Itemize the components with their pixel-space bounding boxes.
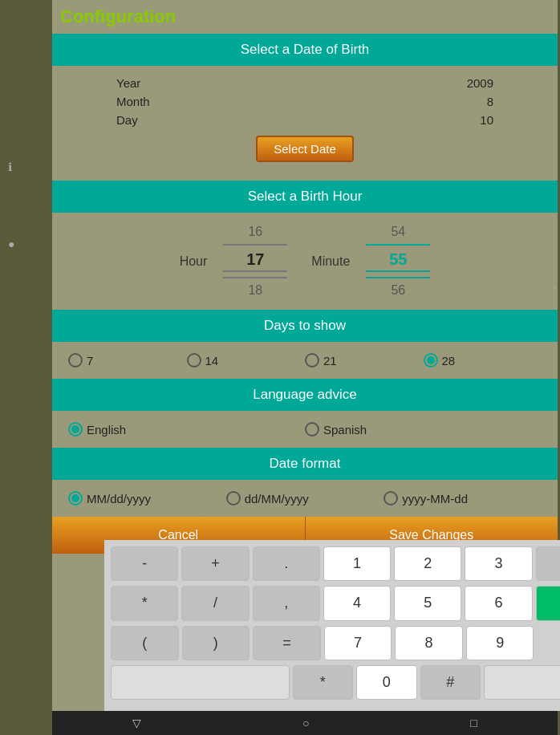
key-6[interactable]: 6 <box>465 586 532 621</box>
date-format-header: Date format <box>52 448 558 480</box>
month-label: Month <box>116 95 150 108</box>
minute-current[interactable]: 55 <box>366 250 430 272</box>
key-slash[interactable]: / <box>181 586 249 621</box>
minute-column[interactable]: 54 55 56 <box>366 225 430 298</box>
keyboard-row-2: * / , 4 5 6 ✓ <box>111 586 560 621</box>
days-option-7[interactable]: 7 <box>68 353 187 368</box>
days-radio-21[interactable] <box>305 353 319 368</box>
language-option-spanish[interactable]: Spanish <box>305 422 542 437</box>
days-label-14: 14 <box>205 354 219 368</box>
format-label-mdy: MM/dd/yyyy <box>87 492 151 506</box>
language-label-spanish: Spanish <box>323 423 367 437</box>
hour-below: 18 <box>248 283 262 298</box>
day-label: Day <box>116 113 138 127</box>
key-close-paren[interactable]: ) <box>182 626 250 660</box>
key-2[interactable]: 2 <box>394 546 461 581</box>
hour-current[interactable]: 17 <box>223 250 287 272</box>
language-radio-spanish[interactable] <box>305 422 319 437</box>
right-side-icons: › <box>553 281 556 292</box>
keyboard-row-1: - + . 1 2 3 ⌫ <box>111 546 560 581</box>
days-radio-row: 7 14 21 28 <box>60 348 550 372</box>
language-option-english[interactable]: English <box>68 422 305 437</box>
keyboard-row-4: * 0 # <box>111 665 560 700</box>
left-icon-dot: ● <box>8 238 14 250</box>
keyboard[interactable]: - + . 1 2 3 ⌫ * / , 4 5 6 ✓ ( ) = 7 8 9 <box>104 540 560 711</box>
hour-group: Hour 16 17 18 <box>180 225 288 298</box>
key-9[interactable]: 9 <box>466 626 534 660</box>
hour-column[interactable]: 16 17 18 <box>223 225 287 298</box>
days-label-28: 28 <box>442 354 456 368</box>
minute-label: Minute <box>311 254 350 269</box>
select-date-button[interactable]: Select Date <box>256 136 354 162</box>
language-radio-row: English Spanish <box>60 417 550 441</box>
format-label-ymd: yyyy-MM-dd <box>402 492 468 506</box>
date-of-birth-header: Select a Date of Birth <box>52 34 558 66</box>
format-radio-mdy[interactable] <box>68 491 83 506</box>
nav-recent[interactable]: □ <box>470 717 477 729</box>
days-option-28[interactable]: 28 <box>424 353 542 368</box>
format-radio-dmy[interactable] <box>226 491 241 506</box>
month-row: Month 8 <box>68 92 542 111</box>
key-hash[interactable]: # <box>420 665 481 700</box>
key-spacebar-right[interactable] <box>484 665 560 700</box>
page-title: Configuration <box>52 0 558 34</box>
minute-group: Minute 54 55 56 <box>311 225 430 298</box>
key-backspace[interactable]: ⌫ <box>536 546 560 581</box>
left-side-icons: ℹ ● <box>8 160 14 250</box>
key-7[interactable]: 7 <box>324 626 392 660</box>
nav-home[interactable]: ○ <box>302 717 309 729</box>
key-0[interactable]: 0 <box>356 665 417 700</box>
right-icon: › <box>553 281 556 292</box>
days-radio-14[interactable] <box>187 353 201 368</box>
format-option-dmy[interactable]: dd/MM/yyyy <box>226 491 384 506</box>
date-format-radio-row: MM/dd/yyyy dd/MM/yyyy yyyy-MM-dd <box>60 486 550 510</box>
key-comma[interactable]: , <box>253 586 320 621</box>
day-value: 10 <box>480 113 493 127</box>
key-asterisk[interactable]: * <box>111 586 178 621</box>
language-label-english: English <box>87 423 126 437</box>
day-row: Day 10 <box>68 111 542 129</box>
key-star[interactable]: * <box>293 665 354 700</box>
format-option-mdy[interactable]: MM/dd/yyyy <box>68 491 226 506</box>
date-format-section: MM/dd/yyyy dd/MM/yyyy yyyy-MM-dd <box>52 480 558 517</box>
key-3[interactable]: 3 <box>465 546 532 581</box>
birth-hour-section: Hour 16 17 18 Minute 54 55 56 <box>52 213 558 310</box>
year-value: 2009 <box>467 76 493 90</box>
key-5[interactable]: 5 <box>394 586 461 621</box>
key-equals[interactable]: = <box>253 626 321 660</box>
date-of-birth-section: Year 2009 Month 8 Day 10 Select Date <box>52 66 558 181</box>
minute-below: 56 <box>391 283 405 298</box>
year-row: Year 2009 <box>68 74 542 92</box>
days-label-21: 21 <box>323 354 337 368</box>
days-option-14[interactable]: 14 <box>187 353 306 368</box>
days-radio-28[interactable] <box>424 353 438 368</box>
nav-back[interactable]: ▽ <box>132 717 141 729</box>
days-to-show-header: Days to show <box>52 310 558 342</box>
days-option-21[interactable]: 21 <box>305 353 424 368</box>
year-label: Year <box>116 76 140 90</box>
key-empty-r3 <box>537 626 560 660</box>
key-plus[interactable]: + <box>181 546 249 581</box>
key-minus[interactable]: - <box>111 546 178 581</box>
format-label-dmy: dd/MM/yyyy <box>245 492 309 506</box>
key-confirm[interactable]: ✓ <box>536 586 560 621</box>
key-spacebar-left[interactable] <box>111 665 290 700</box>
days-label-7: 7 <box>87 354 93 368</box>
format-radio-ymd[interactable] <box>383 491 398 506</box>
language-advice-header: Language advice <box>52 379 558 411</box>
language-section: English Spanish <box>52 411 558 448</box>
key-1[interactable]: 1 <box>323 546 391 581</box>
language-radio-english[interactable] <box>68 422 83 437</box>
key-open-paren[interactable]: ( <box>111 626 179 660</box>
left-icon-info: ℹ <box>8 160 14 173</box>
minute-above: 54 <box>391 225 405 239</box>
days-radio-7[interactable] <box>68 353 83 368</box>
navigation-bar: ▽ ○ □ <box>52 711 558 735</box>
hour-label: Hour <box>180 254 208 269</box>
keyboard-row-3: ( ) = 7 8 9 <box>111 626 560 660</box>
key-dot[interactable]: . <box>253 546 320 581</box>
key-8[interactable]: 8 <box>395 626 463 660</box>
month-value: 8 <box>487 95 493 108</box>
key-4[interactable]: 4 <box>323 586 391 621</box>
format-option-ymd[interactable]: yyyy-MM-dd <box>383 491 542 506</box>
